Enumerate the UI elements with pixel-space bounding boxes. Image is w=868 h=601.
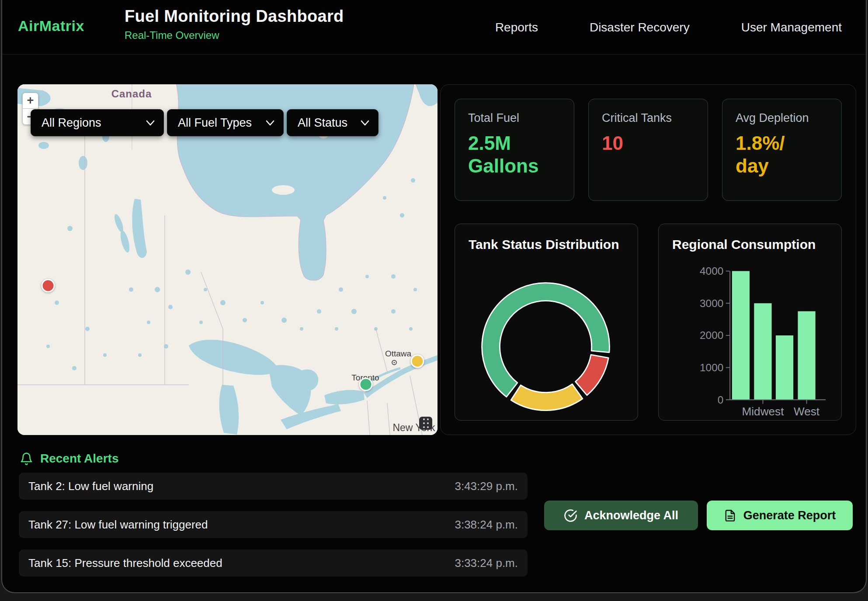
stat-card-critical-tanks: Critical Tanks 10 <box>588 99 708 201</box>
map-filters: All Regions All Fuel Types All Status <box>31 109 378 136</box>
stat-value: 2.5M Gallons <box>468 132 561 177</box>
report-document-icon <box>724 509 736 522</box>
alert-text: Tank 15: Pressure threshold exceeded <box>28 556 222 570</box>
nav-item-user-management[interactable]: User Management <box>741 21 842 35</box>
svg-text:1000: 1000 <box>700 362 723 373</box>
alert-row[interactable]: Tank 15: Pressure threshold exceeded 3:3… <box>19 549 528 577</box>
nav-item-reports[interactable]: Reports <box>495 21 538 35</box>
map-marker-warning[interactable] <box>411 355 424 368</box>
stat-label: Total Fuel <box>468 111 561 125</box>
nav-item-disaster-recovery[interactable]: Disaster Recovery <box>590 21 690 35</box>
stats-row: Total Fuel 2.5M Gallons Critical Tanks 1… <box>455 99 842 201</box>
svg-text:4000: 4000 <box>700 265 723 277</box>
svg-text:2000: 2000 <box>700 329 723 341</box>
charts-row: Tank Status Distribution Regional Consum… <box>455 224 842 421</box>
status-filter-value: All Status <box>298 116 347 130</box>
tank-status-chart-panel: Tank Status Distribution <box>455 224 638 421</box>
map-tiles <box>17 84 437 435</box>
metrics-panel: Total Fuel 2.5M Gallons Critical Tanks 1… <box>440 84 856 435</box>
map[interactable]: Canada Ottawa Toronto New York + − All R… <box>17 84 437 435</box>
stat-label: Critical Tanks <box>602 111 694 125</box>
svg-text:Midwest: Midwest <box>742 405 784 418</box>
svg-text:West: West <box>794 405 820 418</box>
chart-title: Tank Status Distribution <box>469 237 619 252</box>
alert-row[interactable]: Tank 27: Low fuel warning triggered 3:38… <box>19 511 528 538</box>
chevron-down-icon <box>361 120 369 126</box>
alerts-heading: Recent Alerts <box>20 452 118 466</box>
dashboard-app: AirMatrix Fuel Monitoring Dashboard Real… <box>1 0 867 593</box>
fuel-type-filter-select[interactable]: All Fuel Types <box>167 109 284 136</box>
map-resize-handle[interactable] <box>419 417 432 430</box>
fuel-type-filter-value: All Fuel Types <box>178 116 252 130</box>
stat-card-avg-depletion: Avg Depletion 1.8%/ day <box>722 99 842 201</box>
check-circle-icon <box>564 509 577 522</box>
stat-label: Avg Depletion <box>736 111 828 125</box>
svg-text:3000: 3000 <box>700 297 723 309</box>
header: AirMatrix Fuel Monitoring Dashboard Real… <box>2 0 866 55</box>
stat-card-total-fuel: Total Fuel 2.5M Gallons <box>455 99 574 201</box>
page-title: Fuel Monitoring Dashboard <box>125 7 344 26</box>
zoom-in-button[interactable]: + <box>22 93 38 109</box>
chevron-down-icon <box>266 120 274 126</box>
stat-value: 1.8%/ day <box>736 132 828 177</box>
alert-text: Tank 2: Low fuel warning <box>28 480 153 493</box>
title-block: Fuel Monitoring Dashboard Real-Time Over… <box>125 7 344 41</box>
region-filter-value: All Regions <box>42 116 101 130</box>
regional-consumption-chart-panel: Regional Consumption 01000200030004000Mi… <box>658 224 842 421</box>
generate-report-button[interactable]: Generate Report <box>707 501 853 530</box>
brand-logo: AirMatrix <box>18 17 84 35</box>
chart-title: Regional Consumption <box>672 237 816 252</box>
map-marker-normal[interactable] <box>359 378 373 391</box>
map-marker-critical[interactable] <box>42 279 55 293</box>
alert-row[interactable]: Tank 2: Low fuel warning 3:43:29 p.m. <box>19 473 528 500</box>
alert-time: 3:43:29 p.m. <box>455 480 518 493</box>
screen: AirMatrix Fuel Monitoring Dashboard Real… <box>0 0 868 601</box>
alert-time: 3:33:24 p.m. <box>455 556 518 570</box>
ottawa-town-icon <box>391 359 397 367</box>
stat-value: 10 <box>602 132 694 155</box>
bar-chart: 01000200030004000MidwestWest <box>659 224 841 420</box>
acknowledge-all-button[interactable]: Acknowledge All <box>544 501 698 530</box>
page-subtitle: Real-Time Overview <box>125 29 344 41</box>
donut-chart <box>455 224 638 420</box>
main-nav: Reports Disaster Recovery User Managemen… <box>495 0 842 55</box>
chevron-down-icon <box>146 120 155 126</box>
generate-report-label: Generate Report <box>743 509 836 522</box>
bell-icon <box>20 452 33 466</box>
svg-text:0: 0 <box>718 394 724 406</box>
alerts-heading-label: Recent Alerts <box>40 452 118 466</box>
status-filter-select[interactable]: All Status <box>287 109 378 136</box>
alert-time: 3:38:24 p.m. <box>455 518 518 532</box>
alert-text: Tank 27: Low fuel warning triggered <box>28 518 208 532</box>
region-filter-select[interactable]: All Regions <box>31 109 164 136</box>
acknowledge-all-label: Acknowledge All <box>584 509 678 522</box>
